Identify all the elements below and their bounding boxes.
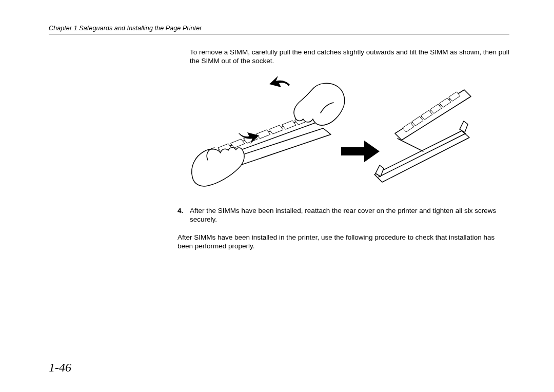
step-number: 4. [177,206,190,224]
step-4: 4. After the SIMMs have been installed, … [177,206,509,224]
simm-removal-figure [190,72,474,190]
post-step-paragraph: After SIMMs have been installed in the p… [177,233,509,251]
page-number: 1-46 [49,361,71,375]
manual-page: Chapter 1 Safeguards and Installing the … [0,0,554,392]
step-text: After the SIMMs have been installed, rea… [190,206,509,224]
intro-paragraph: To remove a SIMM, carefully pull the end… [190,48,509,66]
header-divider [49,34,509,34]
chapter-header: Chapter 1 Safeguards and Installing the … [49,25,509,32]
